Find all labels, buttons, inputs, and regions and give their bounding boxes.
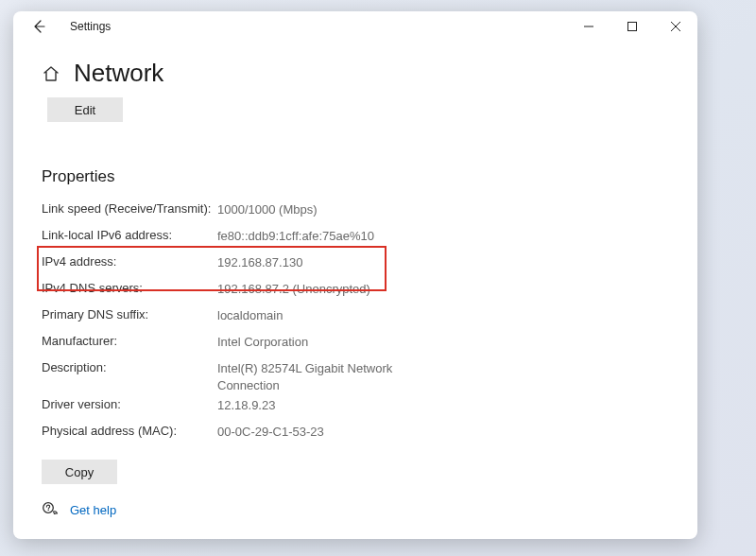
property-row: IPv4 address: 192.168.87.130 [42,252,420,279]
property-value: 192.168.87.2 (Unencrypted) [217,281,370,298]
page-header: Network [42,59,669,88]
page-title: Network [74,59,163,88]
edit-button[interactable]: Edit [47,97,123,122]
property-label: Description: [42,360,217,374]
property-value: 192.168.87.130 [217,254,302,271]
property-label: Link-local IPv6 address: [42,228,217,242]
property-label: Driver version: [42,397,217,411]
close-button[interactable] [654,11,697,42]
properties-section-title: Properties [42,167,669,186]
svg-point-5 [48,510,49,511]
property-label: IPv4 DNS servers: [42,281,217,295]
help-row: Get help [42,501,116,518]
property-row: Driver version: 12.18.9.23 [42,395,420,422]
property-value: 00-0C-29-C1-53-23 [217,424,324,441]
property-label: Link speed (Receive/Transmit): [42,201,217,216]
property-value: fe80::ddb9:1cff:afe:75ae%10 [217,228,374,245]
property-row: Link-local IPv6 address: fe80::ddb9:1cff… [42,226,420,252]
back-arrow-icon [31,19,46,34]
property-label: Physical address (MAC): [42,424,217,438]
property-row: IPv4 DNS servers: 192.168.87.2 (Unencryp… [42,279,420,305]
property-value: Intel(R) 82574L Gigabit Network Connecti… [217,360,406,393]
window-title: Settings [70,20,111,33]
content-area: Network Edit Properties Link speed (Rece… [13,42,697,484]
minimize-button[interactable] [567,11,610,42]
back-button[interactable] [19,11,59,42]
property-label: Manufacturer: [42,334,217,348]
svg-rect-1 [628,23,637,31]
minimize-icon [584,22,593,31]
close-icon [671,22,680,31]
property-row: Link speed (Receive/Transmit): 1000/1000… [42,200,420,226]
get-help-link[interactable]: Get help [70,503,116,517]
properties-table: Link speed (Receive/Transmit): 1000/1000… [42,200,420,448]
property-row: Primary DNS suffix: localdomain [42,305,420,332]
property-row: Physical address (MAC): 00-0C-29-C1-53-2… [42,422,420,448]
property-row: Manufacturer: Intel Corporation [42,332,420,358]
property-label: IPv4 address: [42,254,217,269]
maximize-icon [627,22,637,31]
titlebar: Settings [13,11,697,42]
window-controls [567,11,697,42]
home-icon [42,64,60,83]
property-value: 12.18.9.23 [217,397,275,414]
settings-window: Settings [13,11,697,539]
help-icon [42,501,59,518]
property-label: Primary DNS suffix: [42,307,217,321]
svg-point-4 [43,503,54,513]
property-value: 1000/1000 (Mbps) [217,201,318,218]
property-value: Intel Corporation [217,334,308,351]
copy-button[interactable]: Copy [42,460,117,484]
property-value: localdomain [217,307,283,324]
maximize-button[interactable] [610,11,654,42]
property-row: Description: Intel(R) 82574L Gigabit Net… [42,358,420,395]
